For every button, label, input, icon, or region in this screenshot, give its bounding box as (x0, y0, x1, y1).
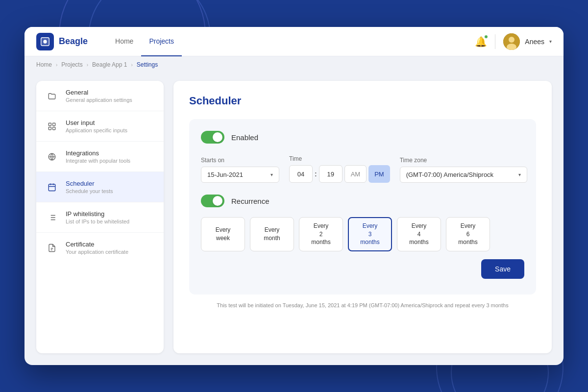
save-row: Save (201, 259, 524, 279)
content-area: Scheduler Enabled Starts on 15-Jun-2021 (173, 81, 552, 353)
breadcrumb-sep-3: › (131, 62, 132, 68)
svg-rect-5 (53, 123, 55, 125)
logo-text: Beagle (59, 36, 88, 47)
logo-icon (36, 33, 54, 50)
footer-note: This test will be initiated on Tuesday, … (189, 302, 536, 308)
recurrence-every-week[interactable]: Everyweek (201, 217, 245, 251)
recurrence-row: Recurrence (201, 195, 524, 207)
pm-button[interactable]: PM (368, 165, 390, 183)
breadcrumb-projects[interactable]: Projects (61, 61, 82, 68)
sidebar-user-input-subtitle: Application specific inputs (66, 127, 127, 133)
sidebar-item-scheduler[interactable]: Scheduler Schedule your tests (36, 172, 164, 202)
time-hour[interactable]: 04 (289, 165, 313, 183)
save-button[interactable]: Save (481, 259, 524, 279)
main-nav: Home Projects (107, 27, 182, 56)
recurrence-every-6-months[interactable]: Every6months (446, 217, 490, 251)
sidebar-user-input-title: User input (66, 119, 127, 126)
breadcrumb-home[interactable]: Home (36, 61, 52, 68)
time-inputs: 04 : 19 AM PM (289, 165, 390, 183)
sidebar-integrations-subtitle: Integrate with popular tools (66, 158, 130, 164)
globe-icon (45, 150, 59, 164)
timezone-value: (GMT-07:00) America/Shiprock (406, 171, 514, 178)
sidebar-item-general[interactable]: General General application settings (36, 81, 164, 111)
starts-on-value: 15-Jun-2021 (207, 171, 267, 178)
sidebar-general-title: General (66, 89, 132, 96)
nav-projects[interactable]: Projects (141, 27, 182, 56)
svg-point-2 (509, 37, 514, 43)
main-content: General General application settings Use… (24, 73, 564, 365)
toggle-knob (213, 132, 222, 142)
recurrence-every-month[interactable]: Everymonth (250, 217, 294, 251)
svg-rect-7 (53, 127, 55, 129)
nav-home[interactable]: Home (107, 27, 141, 56)
breadcrumb-sep-2: › (87, 62, 88, 68)
time-label: Time (289, 155, 390, 162)
time-group: Time 04 : 19 AM PM (289, 155, 390, 183)
grid-icon (45, 120, 59, 133)
sidebar: General General application settings Use… (36, 81, 164, 353)
app-window: Beagle Home Projects 🔔 Anees (24, 27, 564, 365)
sidebar-ip-subtitle: List of IPs to be whitelisted (66, 219, 129, 224)
user-menu[interactable]: Anees ▾ (503, 33, 552, 50)
calendar-icon (45, 180, 59, 194)
starts-on-select[interactable]: 15-Jun-2021 ▾ (201, 167, 279, 183)
svg-rect-4 (49, 123, 51, 125)
timezone-label: Time zone (400, 157, 527, 164)
header-right: 🔔 Anees ▾ (475, 33, 552, 50)
sidebar-scheduler-title: Scheduler (66, 180, 113, 187)
header: Beagle Home Projects 🔔 Anees (24, 27, 564, 56)
recurrence-toggle[interactable] (201, 195, 224, 207)
recurrence-options: Everyweek Everymonth Every2months Every3… (201, 217, 524, 251)
svg-rect-9 (49, 184, 55, 191)
date-time-row: Starts on 15-Jun-2021 ▾ Time 04 : 19 AM (201, 155, 524, 183)
avatar (503, 33, 520, 50)
sidebar-certificate-title: Certificate (66, 241, 128, 248)
am-button[interactable]: AM (344, 165, 367, 183)
folder-icon (45, 89, 59, 103)
user-chevron-icon: ▾ (549, 39, 552, 44)
breadcrumb-settings: Settings (137, 61, 158, 68)
page-title: Scheduler (189, 95, 536, 107)
tz-chevron-icon: ▾ (518, 172, 521, 177)
file-icon (45, 241, 59, 255)
svg-rect-6 (49, 127, 51, 129)
starts-on-group: Starts on 15-Jun-2021 ▾ (201, 157, 279, 183)
time-minute[interactable]: 19 (319, 165, 343, 183)
recurrence-every-4-months[interactable]: Every4months (397, 217, 441, 251)
recurrence-toggle-knob (213, 196, 222, 206)
breadcrumb-app[interactable]: Beagle App 1 (92, 61, 127, 68)
scheduler-card: Enabled Starts on 15-Jun-2021 ▾ Time (189, 119, 536, 294)
recurrence-label: Recurrence (231, 197, 270, 205)
sidebar-item-user-input[interactable]: User input Application specific inputs (36, 111, 164, 142)
notification-dot (484, 35, 488, 39)
recurrence-every-2-months[interactable]: Every2months (299, 217, 343, 251)
breadcrumb: Home › Projects › Beagle App 1 › Setting… (24, 56, 564, 73)
breadcrumb-sep-1: › (56, 62, 57, 68)
list-icon (45, 211, 59, 224)
timezone-group: Time zone (GMT-07:00) America/Shiprock ▾ (400, 157, 527, 183)
date-chevron-icon: ▾ (270, 172, 273, 177)
timezone-select[interactable]: (GMT-07:00) America/Shiprock ▾ (400, 167, 527, 183)
notification-button[interactable]: 🔔 (475, 36, 487, 48)
sidebar-integrations-title: Integrations (66, 149, 130, 157)
enabled-label: Enabled (231, 133, 258, 142)
sidebar-general-subtitle: General application settings (66, 97, 132, 103)
enabled-toggle[interactable] (201, 131, 224, 144)
svg-point-0 (43, 40, 47, 43)
sidebar-item-ip-whitelisting[interactable]: IP whitelisting List of IPs to be whitel… (36, 202, 164, 233)
time-separator: : (315, 170, 317, 178)
logo-area: Beagle (36, 33, 88, 50)
enabled-toggle-row: Enabled (201, 131, 524, 144)
user-name: Anees (525, 38, 544, 46)
sidebar-item-certificate[interactable]: Certificate Your application certificate (36, 233, 164, 263)
sidebar-certificate-subtitle: Your application certificate (66, 249, 128, 255)
sidebar-item-integrations[interactable]: Integrations Integrate with popular tool… (36, 142, 164, 172)
recurrence-every-3-months[interactable]: Every3months (348, 217, 392, 251)
sidebar-scheduler-subtitle: Schedule your tests (66, 188, 113, 194)
sidebar-ip-title: IP whitelisting (66, 210, 129, 218)
header-divider (495, 34, 495, 49)
starts-on-label: Starts on (201, 157, 279, 164)
